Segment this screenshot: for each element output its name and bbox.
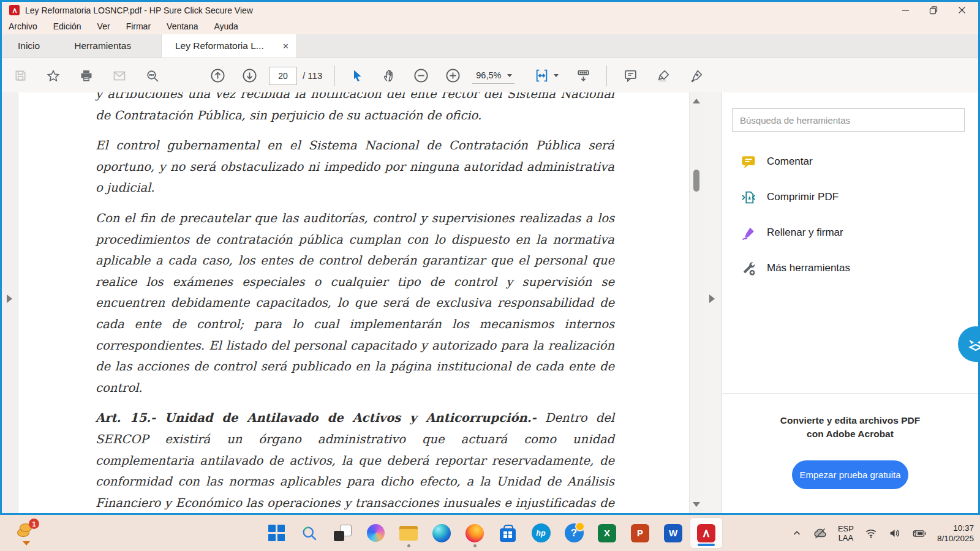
edge-icon (432, 524, 451, 542)
close-button[interactable] (948, 2, 976, 18)
tool-label: Más herramientas (767, 262, 850, 274)
word-button[interactable]: W (657, 517, 690, 549)
file-explorer-button[interactable] (392, 517, 425, 549)
fill-sign-icon (741, 225, 756, 241)
collapse-tools-pane-icon[interactable] (709, 294, 715, 303)
running-indicator (473, 544, 477, 547)
language-line2: LAA (838, 533, 854, 542)
window-controls (891, 2, 976, 18)
vertical-scrollbar[interactable] (689, 92, 703, 513)
taskbar: 1 hp (0, 515, 980, 551)
tab-bar: Inicio Herramientas Ley Reformatoria L..… (2, 34, 978, 58)
hp-button[interactable]: hp (524, 517, 557, 549)
open-left-pane-icon[interactable] (7, 294, 12, 303)
zoom-in-icon[interactable] (444, 67, 461, 84)
tab-inicio[interactable]: Inicio (14, 40, 43, 51)
menu-ayuda[interactable]: Ayuda (214, 21, 238, 31)
copilot-icon (367, 524, 385, 542)
menu-firmar[interactable]: Firmar (126, 21, 151, 31)
start-free-trial-button[interactable]: Empezar prueba gratuita (792, 460, 908, 489)
taskbar-search-button[interactable] (293, 517, 326, 549)
page-number-input[interactable] (269, 67, 297, 85)
next-page-icon[interactable] (241, 67, 258, 84)
tool-rellenar-firmar[interactable]: Rellenar y firmar (741, 220, 843, 246)
toolbar-divider (606, 66, 607, 86)
promo-text-line2: con Adobe Acrobat (722, 429, 978, 440)
copilot-button[interactable] (359, 517, 392, 549)
get-help-button[interactable]: ? (557, 517, 590, 549)
highlight-icon[interactable] (655, 67, 672, 84)
powerpoint-icon: P (631, 524, 649, 542)
pdf-text: y atribuciones una vez recibida la notif… (18, 92, 689, 513)
print-icon[interactable] (78, 67, 95, 84)
left-pane-rail (2, 92, 18, 513)
hidden-icons-chevron[interactable] (791, 528, 802, 539)
hand-tool-icon[interactable] (380, 67, 398, 84)
menu-archivo[interactable]: Archivo (9, 21, 37, 31)
active-app-indicator (698, 544, 715, 546)
onedrive-icon[interactable] (813, 526, 827, 541)
zoom-value: 96,5% (476, 70, 501, 80)
menu-ver[interactable]: Ver (97, 21, 110, 31)
select-cursor-icon[interactable] (349, 67, 366, 84)
edge-button[interactable] (425, 517, 458, 549)
volume-icon[interactable] (888, 527, 902, 540)
scroll-up-icon[interactable] (693, 99, 700, 103)
scrollbar-thumb[interactable] (693, 170, 699, 192)
tool-mas-herramientas[interactable]: Más herramientas (741, 255, 850, 281)
excel-button[interactable]: X (590, 517, 624, 549)
battery-icon[interactable] (912, 526, 927, 541)
fit-width-icon[interactable] (533, 67, 550, 84)
page-total-label: / 113 (303, 70, 322, 81)
tab-document-active[interactable]: Ley Reformatoria L... ✕ (161, 34, 297, 58)
acrobat-button-active[interactable] (690, 517, 723, 549)
comment-tool-icon (741, 154, 756, 170)
zoom-level-dropdown[interactable]: 96,5% (472, 67, 514, 84)
task-view-button[interactable] (326, 517, 359, 549)
search-icon[interactable] (144, 67, 161, 84)
tool-comentar[interactable]: Comentar (741, 149, 813, 174)
more-tools-icon (741, 261, 756, 276)
clock[interactable]: 10:37 8/10/2025 (937, 523, 974, 544)
language-indicator[interactable]: ESP LAA (838, 524, 854, 542)
tab-herramientas[interactable]: Herramientas (70, 40, 135, 51)
store-icon (500, 528, 516, 542)
email-icon[interactable] (111, 67, 128, 84)
time: 10:37 (937, 523, 974, 533)
scroll-down-icon[interactable] (693, 502, 700, 507)
get-help-icon: ? (565, 523, 584, 542)
search-icon (301, 525, 318, 542)
tab-close-icon[interactable]: ✕ (282, 42, 289, 51)
menu-edicion[interactable]: Edición (53, 21, 81, 31)
save-icon[interactable] (12, 67, 29, 84)
tool-comprimir-pdf[interactable]: Comprimir PDF (741, 184, 839, 210)
widgets-coins-icon[interactable]: 1 (16, 520, 39, 545)
previous-page-icon[interactable] (209, 67, 226, 84)
screen: { "window": { "title": "Ley Reformatoria… (0, 0, 980, 551)
taskbar-icons: hp ? X P W (260, 517, 723, 549)
wifi-icon[interactable] (864, 527, 878, 540)
window-title: Ley Reformatoria LOSNCP.pdf - HP Sure Cl… (25, 6, 253, 15)
toolbar-dropdown-icon[interactable] (575, 67, 592, 84)
start-button[interactable] (260, 517, 293, 549)
article-heading: Art. 15.- Unidad de Antilavado de Activo… (96, 411, 537, 425)
chevron-down-icon[interactable] (554, 74, 559, 77)
fill-sign-pen-icon[interactable] (688, 67, 705, 84)
pdf-page[interactable]: y atribuciones una vez recibida la notif… (18, 92, 689, 513)
notification-badge: 1 (29, 519, 39, 529)
zoom-out-icon[interactable] (412, 67, 429, 84)
powerpoint-button[interactable]: P (624, 517, 657, 549)
menu-ventana[interactable]: Ventana (167, 21, 198, 31)
tools-search-input[interactable] (732, 108, 965, 132)
acrobat-icon (697, 524, 715, 542)
tab-document-label: Ley Reformatoria L... (175, 40, 277, 51)
restore-button[interactable] (919, 2, 948, 18)
promo-text-line1: Convierte y edita archivos PDF (722, 415, 978, 426)
panel-divider (722, 393, 978, 394)
comment-icon[interactable] (622, 67, 639, 84)
file-explorer-icon (399, 526, 418, 541)
minimize-button[interactable] (891, 2, 919, 18)
star-favorite-icon[interactable] (45, 67, 62, 84)
firefox-button[interactable] (458, 517, 491, 549)
store-button[interactable] (491, 517, 524, 549)
